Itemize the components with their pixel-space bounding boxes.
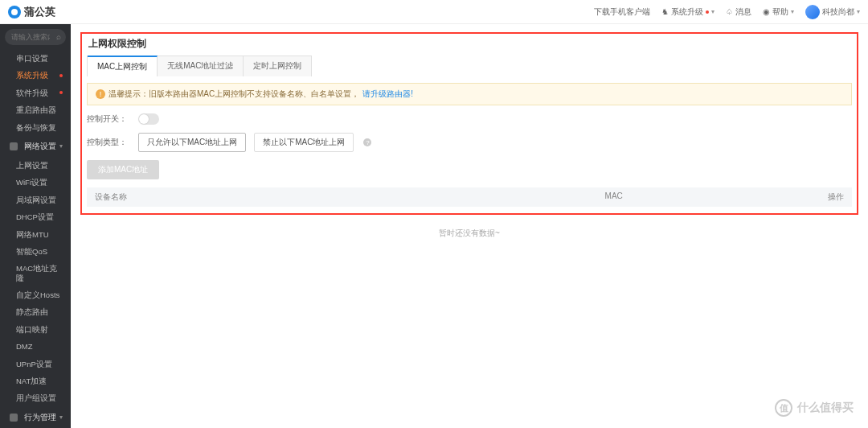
sidebar-item-usergroup[interactable]: 用户组设置 bbox=[0, 389, 71, 406]
radio-allow-mac[interactable]: 只允许以下MAC地址上网 bbox=[138, 133, 246, 152]
notification-dot-icon bbox=[59, 74, 63, 77]
highlight-annotation: 上网权限控制 MAC上网控制 无线MAC地址过滤 定时上网控制 ! 温馨提示：旧… bbox=[80, 32, 858, 215]
sidebar-item-static-route[interactable]: 静态路由 bbox=[0, 303, 71, 320]
tab-mac-control[interactable]: MAC上网控制 bbox=[88, 56, 158, 76]
watermark-icon: 值 bbox=[775, 399, 792, 417]
chevron-down-icon: ▾ bbox=[711, 8, 714, 15]
sidebar: ⌕ 串口设置 系统升级 软件升级 重启路由器 备份与恢复 网络设置 ▾ 上网设置… bbox=[0, 24, 71, 428]
sidebar-item-qos[interactable]: 智能QoS bbox=[0, 243, 71, 260]
sidebar-item-mac-clone[interactable]: MAC地址克隆 bbox=[0, 260, 71, 286]
watermark-text: 什么值得买 bbox=[797, 401, 854, 415]
user-icon: ♞ bbox=[661, 7, 669, 16]
main-content: 上网权限控制 MAC上网控制 无线MAC地址过滤 定时上网控制 ! 温馨提示：旧… bbox=[71, 24, 868, 428]
sidebar-group-network[interactable]: 网络设置 ▾ bbox=[0, 136, 71, 157]
chevron-down-icon: ▾ bbox=[791, 8, 794, 15]
behavior-icon bbox=[10, 414, 18, 422]
avatar-icon bbox=[805, 5, 820, 19]
sidebar-item-mtu[interactable]: 网络MTU bbox=[0, 226, 71, 243]
table-header: 设备名称 MAC 操作 bbox=[87, 187, 852, 207]
sidebar-item-hosts[interactable]: 自定义Hosts bbox=[0, 286, 71, 303]
system-upgrade-link[interactable]: ♞ 系统升级 ▾ bbox=[661, 6, 714, 18]
switch-label: 控制开关： bbox=[87, 113, 130, 125]
th-mac: MAC bbox=[432, 191, 796, 203]
control-switch-toggle[interactable] bbox=[138, 113, 159, 125]
sidebar-item-upnp[interactable]: UPnP设置 bbox=[0, 356, 71, 372]
sidebar-item-port-forward[interactable]: 端口映射 bbox=[0, 321, 71, 338]
user-menu[interactable]: 科技尚都 ▾ bbox=[805, 5, 860, 19]
chevron-down-icon: ▾ bbox=[59, 414, 63, 421]
search-icon: ⌕ bbox=[56, 32, 61, 41]
tab-wireless-mac-filter[interactable]: 无线MAC地址过滤 bbox=[158, 56, 244, 76]
add-mac-button[interactable]: 添加MAC地址 bbox=[87, 160, 159, 179]
type-label: 控制类型： bbox=[87, 137, 130, 148]
page-title: 上网权限控制 bbox=[87, 37, 852, 51]
bell-icon: ♤ bbox=[726, 7, 733, 16]
alert-banner: ! 温馨提示：旧版本路由器MAC上网控制不支持设备名称、白名单设置， 请升级路由… bbox=[87, 83, 852, 105]
help-tooltip-icon[interactable]: ? bbox=[363, 138, 371, 146]
notification-dot-icon bbox=[59, 91, 63, 94]
th-operation: 操作 bbox=[796, 191, 844, 203]
sidebar-item-dmz[interactable]: DMZ bbox=[0, 338, 71, 355]
sidebar-item-backup[interactable]: 备份与恢复 bbox=[0, 119, 71, 136]
tab-bar: MAC上网控制 无线MAC地址过滤 定时上网控制 bbox=[87, 56, 312, 76]
messages-link[interactable]: ♤ 消息 bbox=[726, 6, 751, 18]
download-client-link[interactable]: 下载手机客户端 bbox=[594, 6, 650, 18]
sidebar-item-reboot[interactable]: 重启路由器 bbox=[0, 101, 71, 118]
sidebar-search[interactable]: ⌕ bbox=[5, 29, 66, 45]
sidebar-item-serial[interactable]: 串口设置 bbox=[0, 50, 71, 67]
empty-state: 暂时还没有数据~ bbox=[80, 215, 858, 252]
th-device-name: 设备名称 bbox=[95, 191, 432, 203]
alert-text: 温馨提示：旧版本路由器MAC上网控制不支持设备名称、白名单设置， bbox=[108, 88, 359, 100]
notification-dot-icon bbox=[706, 10, 709, 14]
sidebar-item-sys-upgrade[interactable]: 系统升级 bbox=[0, 67, 71, 84]
sidebar-item-lan[interactable]: 局域网设置 bbox=[0, 191, 71, 208]
sidebar-item-internet[interactable]: 上网设置 bbox=[0, 157, 71, 174]
radio-deny-mac[interactable]: 禁止以下MAC地址上网 bbox=[254, 133, 354, 152]
tab-timed-control[interactable]: 定时上网控制 bbox=[244, 56, 311, 76]
help-icon: ◉ bbox=[763, 7, 770, 16]
alert-upgrade-link[interactable]: 请升级路由器! bbox=[362, 88, 413, 100]
brand-text: 蒲公英 bbox=[24, 5, 55, 19]
brand-logo: 蒲公英 bbox=[8, 5, 55, 19]
chevron-down-icon: ▾ bbox=[857, 8, 860, 15]
info-icon: ! bbox=[96, 89, 105, 99]
sidebar-group-behavior[interactable]: 行为管理 ▾ bbox=[0, 407, 71, 428]
brand-icon bbox=[8, 6, 21, 19]
watermark: 值 什么值得买 bbox=[775, 399, 854, 417]
chevron-down-icon: ▾ bbox=[59, 142, 63, 150]
sidebar-item-nat[interactable]: NAT加速 bbox=[0, 372, 71, 389]
sidebar-item-soft-upgrade[interactable]: 软件升级 bbox=[0, 84, 71, 101]
network-icon bbox=[10, 142, 18, 150]
sidebar-item-dhcp[interactable]: DHCP设置 bbox=[0, 208, 71, 225]
help-link[interactable]: ◉ 帮助 ▾ bbox=[763, 6, 794, 18]
sidebar-item-wifi[interactable]: WiFi设置 bbox=[0, 174, 71, 191]
